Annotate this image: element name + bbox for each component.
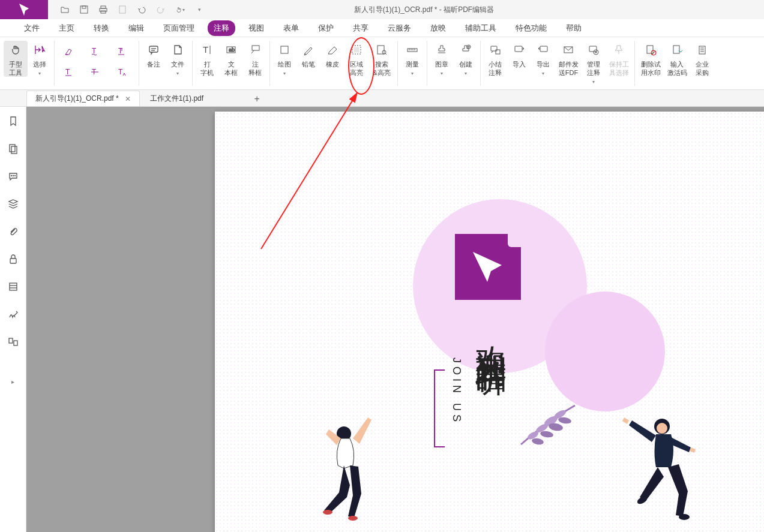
security-icon[interactable] <box>7 253 19 265</box>
expand-sidebar-icon[interactable]: ▸ <box>11 369 16 393</box>
menu-accessibility[interactable]: 辅助工具 <box>459 20 502 36</box>
open-icon[interactable] <box>60 5 70 14</box>
menu-present[interactable]: 放映 <box>424 20 452 36</box>
underline-button[interactable]: T <box>62 67 79 79</box>
svg-rect-43 <box>647 46 653 53</box>
strikeout-button[interactable]: T <box>88 67 105 79</box>
svg-rect-39 <box>540 46 547 52</box>
menu-edit[interactable]: 编辑 <box>122 20 150 36</box>
tab-active[interactable]: 新人引导(1)(1)_OCR.pdf * ✕ <box>26 91 140 106</box>
menu-cloud[interactable]: 云服务 <box>382 20 417 36</box>
menu-pages[interactable]: 页面管理 <box>157 20 200 36</box>
tab-inactive[interactable]: 工作文件1(1).pdf <box>141 91 212 106</box>
keep-tool-button[interactable]: 保持工 具选择 <box>606 41 632 77</box>
svg-rect-21 <box>252 46 259 50</box>
leaf-illustration <box>515 399 581 453</box>
menu-share[interactable]: 共享 <box>347 20 374 36</box>
enterprise-button[interactable]: 企业 采购 <box>690 41 714 77</box>
close-icon[interactable]: ✕ <box>125 95 131 103</box>
chevron-down-icon: ▾ <box>411 70 414 78</box>
del-watermark-button[interactable]: 删除试 用水印 <box>637 41 664 77</box>
pencil-button[interactable]: 铅笔 <box>296 41 320 68</box>
textbox-button[interactable]: ab文 本框 <box>219 41 243 77</box>
qat-dropdown-icon[interactable]: ▾ <box>194 5 204 14</box>
eraser-button[interactable]: 橡皮 <box>320 41 344 68</box>
chevron-down-icon: ▾ <box>283 70 286 78</box>
stamp-button[interactable]: 图章▾ <box>430 41 454 78</box>
svg-point-54 <box>13 176 13 176</box>
typewriter-button[interactable]: T打 字机 <box>195 41 219 77</box>
hand-tool-label: 手型 工具 <box>9 60 22 77</box>
svg-text:ab: ab <box>229 47 235 53</box>
input-code-button[interactable]: 输入 激活码 <box>664 41 690 77</box>
squiggly-button[interactable]: T <box>88 46 105 58</box>
export-button[interactable]: 导出▾ <box>531 41 555 78</box>
summary-button[interactable]: 小结 注释 <box>483 41 507 77</box>
attachment-icon[interactable] <box>7 226 19 238</box>
svg-point-75 <box>679 514 690 520</box>
svg-point-71 <box>348 516 358 521</box>
document-tabs: 新人引导(1)(1)_OCR.pdf * ✕ 工作文件1(1).pdf + <box>0 90 764 107</box>
redo-icon[interactable] <box>156 5 166 14</box>
import-button[interactable]: 导入 <box>507 41 531 68</box>
workspace: ▸ JOIN US 欢迎来到福昕 <box>0 107 764 532</box>
svg-rect-1 <box>82 6 86 8</box>
select-tool-button[interactable]: 选择▾ <box>28 41 52 78</box>
summary-label: 小结 注释 <box>489 60 502 77</box>
canvas[interactable]: JOIN US 欢迎来到福昕 <box>26 107 764 532</box>
svg-rect-60 <box>9 338 13 343</box>
svg-line-27 <box>385 53 387 55</box>
replace-text-button[interactable]: T <box>115 46 131 58</box>
del-watermark-label: 删除试 用水印 <box>641 60 661 77</box>
pdf-page: JOIN US 欢迎来到福昕 <box>215 112 764 532</box>
menu-features[interactable]: 特色功能 <box>510 20 553 36</box>
file-attach-button[interactable]: 文件▾ <box>166 41 190 78</box>
welcome-heading: 欢迎来到福昕 <box>473 321 509 343</box>
page-icon[interactable] <box>118 5 127 14</box>
menu-help[interactable]: 帮助 <box>560 20 588 36</box>
manage-label: 管理 注释 <box>587 60 600 77</box>
svg-rect-51 <box>10 145 15 152</box>
keep-tool-label: 保持工 具选择 <box>609 60 629 77</box>
area-highlight-button[interactable]: 区域 高亮 <box>344 41 368 77</box>
enterprise-label: 企业 采购 <box>696 60 709 77</box>
menu-convert[interactable]: 转换 <box>88 20 115 36</box>
svg-rect-14 <box>149 46 158 52</box>
svg-rect-41 <box>589 46 597 52</box>
menu-file[interactable]: 文件 <box>18 20 46 36</box>
pages-icon[interactable] <box>7 143 19 155</box>
callout-button[interactable]: 注 释框 <box>243 41 267 77</box>
layers-icon[interactable] <box>7 198 19 210</box>
signature-icon[interactable] <box>7 308 19 320</box>
menu-comment[interactable]: 注释 <box>208 20 235 36</box>
drawing-button[interactable]: 绘图▾ <box>272 41 296 78</box>
print-icon[interactable] <box>98 5 108 14</box>
highlight-text-button[interactable] <box>62 46 79 58</box>
bookmark-icon[interactable] <box>7 115 19 127</box>
comments-icon[interactable] <box>7 170 19 182</box>
search-highlight-button[interactable]: 搜索 &高亮 <box>368 41 395 77</box>
chevron-down-icon: ▾ <box>38 70 41 78</box>
save-icon[interactable] <box>79 5 89 14</box>
note-button[interactable]: 备注 <box>142 41 166 68</box>
add-tab-button[interactable]: + <box>250 92 264 106</box>
menu-home[interactable]: 主页 <box>53 20 80 36</box>
menu-form[interactable]: 表单 <box>277 20 305 36</box>
svg-rect-25 <box>377 46 384 54</box>
typewriter-label: 打 字机 <box>200 60 214 77</box>
create-button[interactable]: 创建▾ <box>454 41 478 78</box>
compare-icon[interactable] <box>7 336 19 348</box>
menu-view[interactable]: 视图 <box>242 20 270 36</box>
email-fdf-button[interactable]: 邮件发 送FDF <box>555 41 582 77</box>
hand-tool-button[interactable]: 手型 工具 <box>4 41 28 77</box>
undo-icon[interactable] <box>137 5 146 14</box>
manage-button[interactable]: 管理 注释▾ <box>582 41 606 86</box>
drawing-label: 绘图 <box>278 60 291 68</box>
person-illustration <box>611 411 701 525</box>
menu-bar: 文件 主页 转换 编辑 页面管理 注释 视图 表单 保护 共享 云服务 放映 辅… <box>0 19 764 37</box>
touch-mode-icon[interactable]: ▾ <box>175 5 185 14</box>
insert-text-button[interactable]: T <box>115 67 131 79</box>
menu-protect[interactable]: 保护 <box>312 20 340 36</box>
measure-button[interactable]: 测量▾ <box>400 41 424 78</box>
form-fields-icon[interactable] <box>7 281 19 293</box>
